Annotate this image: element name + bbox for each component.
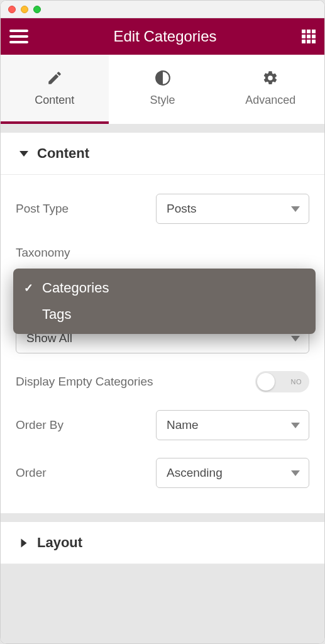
section-title: Layout [37, 535, 82, 551]
select-order-by[interactable]: Name [156, 410, 309, 440]
select-post-type[interactable]: Posts [156, 194, 309, 224]
tab-advanced[interactable]: Advanced [216, 55, 324, 124]
pencil-icon [47, 70, 63, 86]
row-display-empty: Display Empty Categories NO [16, 362, 309, 401]
window-titlebar [1, 1, 324, 18]
chevron-down-icon [291, 423, 300, 428]
chevron-down-icon [19, 151, 28, 157]
section-layout-header[interactable]: Layout [1, 522, 324, 564]
select-order[interactable]: Ascending [156, 458, 309, 488]
chevron-down-icon [291, 206, 300, 212]
widgets-grid-icon[interactable] [302, 30, 316, 43]
label-taxonomy: Taxonomy [16, 246, 156, 260]
label-order-by: Order By [16, 418, 156, 432]
content-section-body: Post Type Posts Taxonomy Show All [1, 175, 324, 513]
gear-icon [262, 70, 278, 86]
toggle-text: NO [291, 378, 302, 386]
window-maximize-icon[interactable] [33, 6, 41, 13]
row-post-type: Post Type Posts [16, 185, 309, 233]
chevron-right-icon [21, 538, 27, 547]
dropdown-item-label: Categories [42, 280, 109, 296]
tab-label: Style [150, 94, 175, 107]
section-content-header[interactable]: Content [1, 133, 324, 175]
window-minimize-icon[interactable] [21, 6, 28, 13]
chevron-down-icon [291, 336, 300, 341]
label-order: Order [16, 466, 156, 480]
panel-header: Edit Categories [1, 18, 324, 55]
window-close-icon[interactable] [8, 6, 16, 13]
label-post-type: Post Type [16, 202, 156, 216]
editor-panel: Edit Categories Content Style Advanced C… [0, 0, 325, 644]
row-order: Order Ascending [16, 449, 309, 497]
tab-content[interactable]: Content [1, 55, 109, 124]
row-taxonomy: Taxonomy [16, 233, 309, 267]
toggle-display-empty[interactable]: NO [255, 371, 309, 392]
select-value: Name [167, 418, 199, 432]
chevron-down-icon [291, 470, 300, 476]
dropdown-item-label: Tags [42, 306, 71, 323]
check-icon: ✓ [22, 281, 35, 295]
label-display-empty: Display Empty Categories [16, 375, 156, 389]
divider [1, 513, 324, 522]
contrast-icon [155, 70, 171, 86]
tab-label: Advanced [245, 94, 295, 107]
select-value: Ascending [167, 466, 223, 480]
tab-label: Content [35, 94, 74, 107]
panel-title: Edit Categories [113, 28, 216, 45]
taxonomy-dropdown[interactable]: ✓ Categories ✓ Tags [13, 269, 316, 334]
dropdown-item-tags[interactable]: ✓ Tags [13, 301, 316, 328]
tabs: Content Style Advanced [1, 55, 324, 124]
empty-area [1, 564, 324, 644]
select-value: Posts [167, 202, 197, 216]
toggle-knob [257, 373, 275, 391]
row-order-by: Order By Name [16, 401, 309, 449]
divider [1, 124, 324, 133]
menu-icon[interactable] [9, 30, 28, 43]
section-title: Content [37, 145, 89, 162]
dropdown-item-categories[interactable]: ✓ Categories [13, 275, 316, 301]
tab-style[interactable]: Style [109, 55, 217, 124]
